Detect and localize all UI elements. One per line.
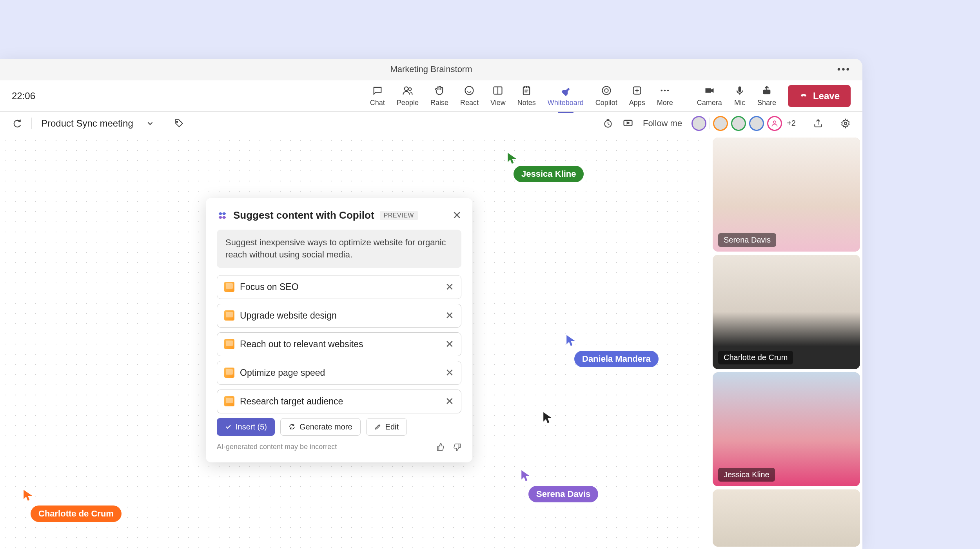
more-icon	[659, 85, 671, 96]
suggestion-item[interactable]: Upgrade website design ✕	[217, 304, 461, 328]
avatar[interactable]	[731, 116, 746, 131]
avatar-overflow[interactable]: +2	[787, 119, 796, 128]
pencil-icon	[374, 423, 381, 430]
cursor-label-daniela: Daniela Mandera	[574, 351, 659, 367]
toolbar-raise[interactable]: Raise	[430, 85, 448, 107]
video-tile[interactable]: Serena Davis	[713, 138, 860, 252]
toolbar-react[interactable]: React	[460, 85, 479, 107]
svg-point-11	[602, 87, 610, 95]
toolbar-whiteboard[interactable]: Whiteboard	[548, 85, 584, 107]
avatar[interactable]	[713, 116, 728, 131]
sticky-note-icon	[224, 339, 234, 349]
copilot-prompt[interactable]: Suggest inexpensive ways to optimize web…	[217, 230, 461, 268]
participant-name: Jessica Kline	[718, 468, 775, 482]
toolbar-divider	[685, 88, 685, 104]
suggestion-item[interactable]: Research target audience ✕	[217, 390, 461, 413]
video-tile[interactable]: Jessica Kline	[713, 372, 860, 486]
remove-icon[interactable]: ✕	[445, 310, 454, 322]
avatar[interactable]	[767, 116, 782, 131]
copilot-actions: Insert (5) Generate more Edit	[217, 418, 461, 436]
leave-button[interactable]: Leave	[788, 85, 851, 107]
share-icon	[761, 85, 773, 96]
check-icon	[225, 423, 232, 430]
toolbar-people[interactable]: People	[397, 85, 419, 107]
settings-icon[interactable]	[840, 118, 851, 129]
avatar[interactable]	[691, 116, 706, 131]
refresh-icon	[289, 423, 296, 430]
remove-icon[interactable]: ✕	[445, 338, 454, 350]
svg-point-17	[664, 90, 666, 92]
toolbar-share[interactable]: Share	[757, 85, 776, 107]
toolbar-view[interactable]: View	[490, 85, 506, 107]
titlebar: Marketing Brainstorm •••	[0, 59, 862, 80]
sticky-note-icon	[224, 282, 234, 292]
copilot-title: Suggest content with Copilot	[233, 209, 374, 221]
insert-button[interactable]: Insert (5)	[217, 418, 275, 436]
redo-icon[interactable]	[12, 118, 22, 129]
divider	[31, 118, 32, 129]
tag-icon[interactable]	[174, 118, 184, 129]
toolbar-camera[interactable]: Camera	[697, 85, 722, 107]
copilot-footer: AI-generated content may be incorrect	[217, 443, 461, 451]
divider	[164, 118, 164, 129]
participant-name: Serena Davis	[718, 233, 776, 247]
leave-icon	[799, 91, 808, 101]
participant-name: Charlotte de Crum	[718, 351, 793, 364]
copilot-header: Suggest content with Copilot PREVIEW ✕	[217, 209, 461, 222]
toolbar-notes[interactable]: Notes	[517, 85, 536, 107]
suggestion-item[interactable]: Optimize page speed ✕	[217, 361, 461, 385]
toolbar-more[interactable]: More	[657, 85, 673, 107]
cursor-label-serena: Serena Davis	[528, 486, 598, 502]
suggestion-item[interactable]: Reach out to relevant websites ✕	[217, 332, 461, 356]
toolbar-copilot[interactable]: Copilot	[595, 85, 617, 107]
remove-icon[interactable]: ✕	[445, 395, 454, 408]
video-column: Serena Davis Charlotte de Crum Jessica K…	[710, 135, 862, 549]
copilot-panel: Suggest content with Copilot PREVIEW ✕ S…	[206, 198, 472, 462]
svg-point-1	[408, 88, 411, 91]
generate-more-button[interactable]: Generate more	[280, 418, 361, 436]
avatar[interactable]	[749, 116, 764, 131]
people-icon	[402, 85, 414, 96]
svg-rect-19	[738, 87, 741, 92]
toolbar-apps[interactable]: Apps	[629, 85, 645, 107]
video-tile[interactable]: Charlotte de Crum	[713, 255, 860, 369]
whiteboard-canvas[interactable]: Jessica Kline Daniela Mandera Serena Dav…	[0, 135, 708, 549]
cursor-label-jessica: Jessica Kline	[514, 166, 584, 182]
svg-point-12	[604, 89, 608, 92]
mic-icon	[734, 85, 746, 96]
view-icon	[492, 85, 504, 96]
meeting-timer: 22:06	[12, 91, 35, 101]
thumbs-up-icon[interactable]	[436, 443, 445, 451]
svg-point-18	[667, 90, 669, 92]
whiteboard-icon	[560, 85, 572, 96]
edit-button[interactable]: Edit	[366, 418, 407, 436]
follow-me-label[interactable]: Follow me	[643, 118, 682, 129]
whiteboard-bar: Product Sync meeting Follow me +2	[0, 112, 862, 135]
feedback-controls	[436, 443, 461, 451]
board-name[interactable]: Product Sync meeting	[41, 118, 133, 129]
close-icon[interactable]: ✕	[452, 209, 461, 222]
apps-icon	[631, 85, 643, 96]
sticky-note-icon	[224, 368, 234, 378]
raise-hand-icon	[434, 85, 445, 96]
share-board-icon[interactable]	[813, 118, 823, 129]
present-icon[interactable]	[622, 118, 633, 129]
remove-icon[interactable]: ✕	[445, 367, 454, 379]
toolbar-mic[interactable]: Mic	[734, 85, 746, 107]
svg-point-16	[661, 90, 663, 92]
chevron-down-icon[interactable]	[146, 119, 154, 128]
react-icon	[463, 85, 475, 96]
video-tile[interactable]	[713, 489, 860, 547]
more-options-icon[interactable]: •••	[837, 64, 851, 75]
suggestion-item[interactable]: Focus on SEO ✕	[217, 275, 461, 299]
chat-icon	[372, 85, 383, 96]
toolbar-actions: Chat People Raise React View Notes	[370, 85, 776, 107]
preview-badge: PREVIEW	[380, 211, 418, 220]
svg-point-2	[465, 87, 474, 95]
remove-icon[interactable]: ✕	[445, 281, 454, 293]
timer-icon[interactable]	[603, 118, 613, 129]
thumbs-down-icon[interactable]	[453, 443, 461, 451]
copilot-logo-icon	[217, 210, 228, 221]
ai-disclaimer: AI-generated content may be incorrect	[217, 443, 337, 451]
toolbar-chat[interactable]: Chat	[370, 85, 385, 107]
